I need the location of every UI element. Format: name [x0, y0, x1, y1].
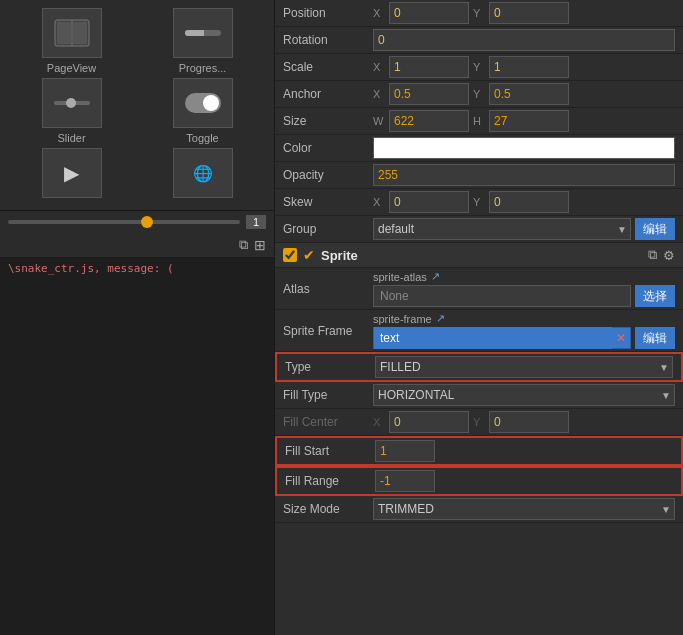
- component-item-slider[interactable]: Slider: [8, 78, 135, 144]
- progress-icon-box: [173, 8, 233, 58]
- atlas-link-text: sprite-atlas: [373, 271, 427, 283]
- opacity-label: Opacity: [283, 168, 373, 182]
- fill-start-value-area: [375, 440, 673, 462]
- size-value-area: W H: [373, 110, 675, 132]
- range-thumb: [141, 216, 153, 228]
- fill-type-value-area: HORIZONTAL ▼: [373, 384, 675, 406]
- skew-label: Skew: [283, 195, 373, 209]
- range-slider-section: 1: [0, 210, 274, 233]
- pageview-label: PageView: [47, 62, 96, 74]
- sprite-frame-input[interactable]: [374, 327, 612, 349]
- rotation-label: Rotation: [283, 33, 373, 47]
- sprite-frame-clear-button[interactable]: ✕: [612, 331, 630, 345]
- component-item-progress[interactable]: Progres...: [139, 8, 266, 74]
- group-edit-button[interactable]: 编辑: [635, 218, 675, 240]
- slider-icon-box: [42, 78, 102, 128]
- fill-range-label: Fill Range: [285, 474, 375, 488]
- fill-type-dropdown-wrapper: HORIZONTAL ▼: [373, 384, 675, 406]
- color-value-area: [373, 137, 675, 159]
- browser-icon-box: 🌐: [173, 148, 233, 198]
- anchor-x-input[interactable]: [389, 83, 469, 105]
- position-label: Position: [283, 6, 373, 20]
- opacity-value-area: [373, 164, 675, 186]
- right-panel: Position X Y Rotation Scale X Y Anchor X…: [275, 0, 683, 635]
- left-panel: PageView Progres... Slider: [0, 0, 275, 635]
- type-dropdown-wrapper: FILLED ▼: [375, 356, 673, 378]
- skew-row: Skew X Y: [275, 189, 683, 216]
- color-label: Color: [283, 141, 373, 155]
- progress-bar-fill: [185, 30, 205, 36]
- position-x-input[interactable]: [389, 2, 469, 24]
- toggle-icon-box: [173, 78, 233, 128]
- sprite-section-header: ✔ Sprite ⧉ ⚙: [275, 243, 683, 268]
- fill-start-input[interactable]: [375, 440, 435, 462]
- anchor-row: Anchor X Y: [275, 81, 683, 108]
- sprite-section-icons: ⧉ ⚙: [648, 247, 675, 263]
- scale-x-label: X: [373, 61, 385, 73]
- anchor-y-input[interactable]: [489, 83, 569, 105]
- skew-value-area: X Y: [373, 191, 675, 213]
- position-y-input[interactable]: [489, 2, 569, 24]
- color-row: Color: [275, 135, 683, 162]
- position-x-label: X: [373, 7, 385, 19]
- console-line-1: \snake_ctr.js, message: (: [8, 262, 266, 275]
- pageview-icon-box: [42, 8, 102, 58]
- type-select[interactable]: FILLED: [375, 356, 673, 378]
- component-item-pageview[interactable]: PageView: [8, 8, 135, 74]
- opacity-row: Opacity: [275, 162, 683, 189]
- fill-type-select[interactable]: HORIZONTAL: [373, 384, 675, 406]
- atlas-none-display: None: [373, 285, 631, 307]
- sprite-checkbox[interactable]: [283, 248, 297, 262]
- skew-x-label: X: [373, 196, 385, 208]
- console-area: \snake_ctr.js, message: (: [0, 257, 274, 635]
- size-h-input[interactable]: [489, 110, 569, 132]
- component-item-toggle[interactable]: Toggle: [139, 78, 266, 144]
- anchor-value-area: X Y: [373, 83, 675, 105]
- scale-x-input[interactable]: [389, 56, 469, 78]
- paste-icon[interactable]: ⊞: [254, 237, 266, 253]
- rotation-input[interactable]: [373, 29, 675, 51]
- opacity-input[interactable]: [373, 164, 675, 186]
- svg-rect-1: [57, 22, 71, 44]
- position-value-area: X Y: [373, 2, 675, 24]
- color-swatch[interactable]: [373, 137, 675, 159]
- atlas-link-icon: ↗: [431, 270, 440, 283]
- sprite-frame-edit-button[interactable]: 编辑: [635, 327, 675, 349]
- type-value-area: FILLED ▼: [375, 356, 673, 378]
- atlas-row: Atlas sprite-atlas ↗ None 选择: [275, 268, 683, 310]
- anchor-label: Anchor: [283, 87, 373, 101]
- size-mode-select[interactable]: TRIMMED: [373, 498, 675, 520]
- type-row: Type FILLED ▼: [275, 352, 683, 382]
- size-row: Size W H: [275, 108, 683, 135]
- component-item-browser[interactable]: 🌐: [139, 148, 266, 202]
- size-w-input[interactable]: [389, 110, 469, 132]
- fill-center-row: Fill Center X Y: [275, 409, 683, 436]
- atlas-select-button[interactable]: 选择: [635, 285, 675, 307]
- anchor-y-label: Y: [473, 88, 485, 100]
- fill-start-label: Fill Start: [285, 444, 375, 458]
- skew-y-input[interactable]: [489, 191, 569, 213]
- sprite-copy-icon[interactable]: ⧉: [648, 247, 657, 263]
- fill-center-y-input: [489, 411, 569, 433]
- sprite-settings-icon[interactable]: ⚙: [663, 248, 675, 263]
- scale-value-area: X Y: [373, 56, 675, 78]
- range-track[interactable]: [8, 220, 240, 224]
- toggle-label: Toggle: [186, 132, 218, 144]
- slider-thumb: [66, 98, 76, 108]
- fill-type-row: Fill Type HORIZONTAL ▼: [275, 382, 683, 409]
- type-label: Type: [285, 360, 375, 374]
- video-icon: ▶: [64, 161, 79, 185]
- fill-range-value-area: [375, 470, 673, 492]
- fill-center-label: Fill Center: [283, 415, 373, 429]
- group-select[interactable]: default: [373, 218, 631, 240]
- skew-x-input[interactable]: [389, 191, 469, 213]
- scale-y-input[interactable]: [489, 56, 569, 78]
- position-row: Position X Y: [275, 0, 683, 27]
- progress-bar-mock: [185, 30, 221, 36]
- copy-icon[interactable]: ⧉: [239, 237, 248, 253]
- sprite-frame-input-row: ✕ 编辑: [373, 327, 675, 349]
- fill-range-input[interactable]: [375, 470, 435, 492]
- component-item-video[interactable]: ▶: [8, 148, 135, 202]
- scale-y-label: Y: [473, 61, 485, 73]
- sprite-frame-link-icon: ↗: [436, 312, 445, 325]
